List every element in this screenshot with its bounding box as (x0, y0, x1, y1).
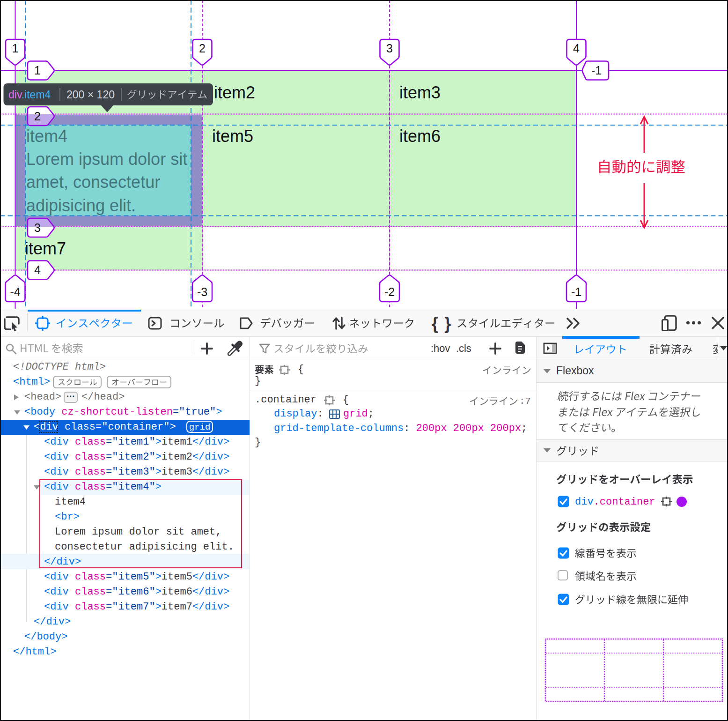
svg-text:200 × 120: 200 × 120 (66, 89, 115, 101)
svg-text:4: 4 (34, 263, 41, 276)
svg-text:4: 4 (573, 42, 580, 55)
svg-text:-2: -2 (384, 285, 395, 298)
svg-text:Lorem ipsum dolor sit: Lorem ipsum dolor sit (26, 149, 187, 169)
svg-text:item4: item4 (26, 126, 67, 146)
svg-text:3: 3 (386, 42, 393, 55)
svg-text:-1: -1 (571, 285, 581, 298)
svg-text:item5: item5 (212, 126, 253, 146)
svg-text:item7: item7 (25, 239, 66, 258)
svg-text:2: 2 (34, 110, 41, 123)
svg-text:adipisicing elit.: adipisicing elit. (26, 196, 136, 215)
svg-text:-1: -1 (591, 64, 602, 77)
svg-text:amet, consectetur: amet, consectetur (26, 172, 160, 192)
svg-text:3: 3 (34, 221, 41, 234)
svg-text:item3: item3 (399, 83, 441, 102)
svg-text:2: 2 (199, 42, 206, 55)
svg-text:item2: item2 (214, 83, 255, 102)
svg-text:1: 1 (12, 42, 19, 55)
svg-text:div.item4: div.item4 (8, 89, 51, 101)
svg-text:1: 1 (34, 64, 41, 77)
svg-text:item6: item6 (399, 126, 441, 146)
svg-text:-3: -3 (197, 285, 207, 298)
svg-text:-4: -4 (10, 285, 20, 298)
